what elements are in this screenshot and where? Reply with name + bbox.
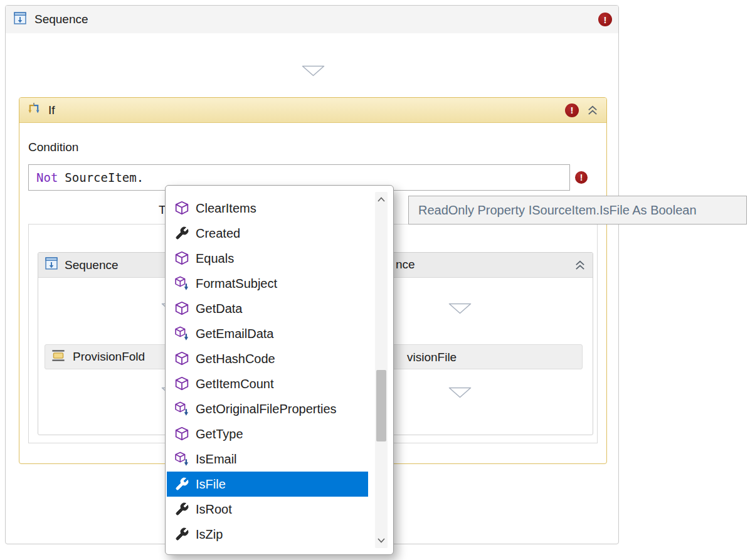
else-sequence-title: nce [396, 258, 415, 272]
property-icon [174, 502, 189, 517]
expression-keyword: Not [36, 171, 58, 184]
completion-item[interactable]: IsFile [167, 472, 368, 497]
completion-item-label: GetData [196, 302, 242, 316]
completion-item[interactable]: GetHashCode [167, 346, 368, 371]
scroll-up-icon[interactable] [375, 193, 388, 206]
activity-icon [51, 349, 65, 366]
sequence-icon [45, 256, 58, 273]
completion-item-label: GetType [196, 427, 243, 441]
completion-item-label: ClearItems [196, 201, 256, 216]
completion-item[interactable]: GetItemCount [167, 371, 368, 396]
method-icon [174, 301, 189, 316]
completion-item[interactable]: IsZip [167, 522, 368, 547]
extension-method-icon [174, 452, 189, 467]
drop-target-triangle[interactable] [302, 65, 325, 77]
workflow-designer-canvas: Sequence ! If ! [0, 0, 750, 560]
error-badge[interactable]: ! [565, 103, 579, 117]
scrollbar-thumb[interactable] [376, 370, 386, 441]
completion-item-label: GetItemCount [196, 377, 274, 391]
scroll-down-icon[interactable] [375, 534, 388, 547]
error-badge[interactable]: ! [575, 171, 588, 184]
completion-item-label: IsFile [196, 477, 226, 492]
completion-item[interactable]: Created [167, 221, 368, 246]
property-icon [174, 527, 189, 542]
method-icon [174, 426, 189, 441]
completion-item-label: GetEmailData [196, 327, 274, 341]
drop-target-triangle[interactable] [448, 387, 472, 398]
completion-item-label: IsEmail [196, 452, 237, 467]
method-icon [174, 251, 189, 266]
condition-label: Condition [28, 140, 78, 154]
completion-tooltip-text: ReadOnly Property ISourceItem.IsFile As … [418, 203, 697, 218]
completion-item[interactable]: GetEmailData [167, 321, 368, 346]
completion-item-label: GetHashCode [196, 352, 275, 366]
collapse-chevron-icon[interactable] [574, 260, 586, 270]
completion-item-label: FormatSubject [196, 277, 277, 291]
completion-item[interactable]: Equals [167, 246, 368, 271]
completion-item[interactable]: IsEmail [167, 446, 368, 472]
method-icon [174, 376, 189, 391]
sequence-icon [13, 11, 27, 28]
extension-method-icon [174, 401, 189, 416]
extension-method-icon [174, 326, 189, 341]
scrollbar[interactable] [375, 192, 388, 548]
completion-item[interactable]: GetOriginalFileProperties [167, 396, 368, 421]
completion-item[interactable]: GetData [167, 296, 368, 321]
extension-method-icon [174, 276, 189, 291]
completion-item-label: Created [196, 226, 240, 241]
completion-item-label: IsRoot [196, 502, 232, 517]
completion-dropdown[interactable]: ClearItems Created Equals FormatSubject … [165, 185, 394, 555]
root-sequence-header[interactable]: Sequence [6, 6, 618, 33]
completion-list-items: ClearItems Created Equals FormatSubject … [167, 196, 368, 547]
property-icon [174, 477, 189, 492]
if-icon [27, 102, 41, 119]
collapse-chevron-icon[interactable] [586, 105, 599, 115]
completion-item[interactable]: FormatSubject [167, 271, 368, 296]
then-sequence-title: Sequence [65, 258, 119, 272]
completion-tooltip: ReadOnly Property ISourceItem.IsFile As … [408, 196, 747, 225]
root-sequence-title: Sequence [34, 13, 88, 26]
completion-item[interactable]: GetType [167, 421, 368, 446]
completion-item-label: Equals [196, 251, 234, 266]
completion-item-label: IsZip [196, 527, 223, 542]
error-badge[interactable]: ! [598, 13, 612, 26]
expression-text: SourceItem. [65, 171, 144, 184]
completion-item[interactable]: ClearItems [167, 196, 368, 221]
completion-item[interactable]: IsRoot [167, 497, 368, 522]
activity-label: visionFile [407, 351, 457, 364]
if-activity-title: If [48, 103, 55, 117]
property-icon [174, 226, 189, 241]
completion-item-label: GetOriginalFileProperties [196, 402, 337, 416]
method-icon [174, 201, 189, 216]
if-activity-header[interactable]: If ! [19, 98, 606, 123]
activity-label: ProvisionFold [73, 350, 145, 364]
drop-target-triangle[interactable] [448, 303, 472, 314]
method-icon [174, 351, 189, 366]
